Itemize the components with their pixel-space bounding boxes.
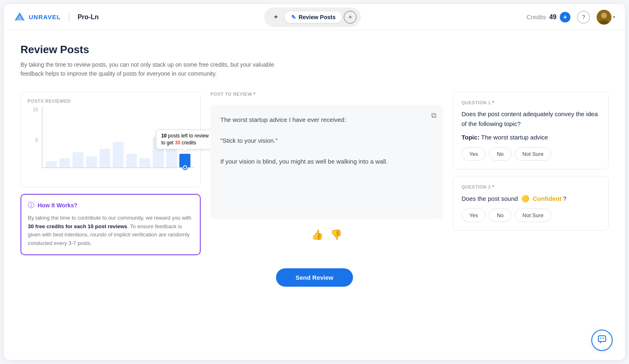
left-column: POSTS REVIEWED 10 5 [20,92,201,255]
copy-button[interactable]: ⧉ [431,111,437,120]
wand-icon: ✦ [273,13,278,21]
logo-divider [69,12,69,22]
bar-8 [139,158,150,167]
question-1-topic: Topic: The worst startup advice [462,134,600,141]
y-label-10: 10 [33,107,40,112]
add-tab-button[interactable]: + [344,11,357,24]
send-review-button[interactable]: Send Review [276,268,353,287]
post-section-label: POST TO REVIEW * [210,92,443,97]
bar-5 [100,149,111,167]
review-posts-tab-label: Review Posts [299,14,335,20]
question-1-label: QUESTION 1 * [462,100,600,105]
bar-10 [166,146,177,167]
chart-area: 10 5 [27,107,194,180]
thumbs-up-button[interactable]: 👍 [311,229,324,240]
post-card: The worst startup advice I have ever rec… [210,105,443,219]
logo-text: UNRAVEL [29,13,61,20]
wand-icon-button[interactable]: ✦ [268,10,283,25]
post-section-label-wrapper: POST TO REVIEW * [210,92,443,98]
question-2-answers: Yes No Not Sure [462,209,600,222]
avatar [597,10,611,25]
logo-section: UNRAVEL Pro-Ln [14,11,99,23]
main-nav: ✦ ✎ Review Posts + [264,7,361,27]
post-text: The worst startup advice I have ever rec… [220,115,433,167]
help-button[interactable]: ? [577,11,590,24]
bar-3 [72,152,84,167]
q1-yes-button[interactable]: Yes [462,147,486,161]
active-dot [183,165,187,169]
q2-text-after: ? [563,195,566,202]
page-subtitle: By taking the time to review posts, you … [20,60,274,79]
tooltip-arrow [182,146,188,152]
chart-y-labels: 10 5 [27,107,40,168]
credits-highlight: 30 free credits for each 10 post reviews [28,223,127,229]
chart-bars: 10 posts left to review to get 30 credit… [43,107,194,167]
main-content: Review Posts By taking the time to revie… [4,30,625,300]
question-1-card: QUESTION 1 * Does the post content adequ… [453,92,609,169]
svg-rect-5 [598,336,606,342]
topic-label: Topic: [462,134,480,141]
chart-section: POSTS REVIEWED 10 5 [20,92,201,187]
question-icon: ? [582,14,585,20]
tooltip-count: 10 [161,133,167,139]
edit-icon: ✎ [291,14,296,20]
page-title: Review Posts [20,43,609,56]
right-column: QUESTION 1 * Does the post content adequ… [453,92,609,231]
chart-tooltip: 10 posts left to review to get 30 credit… [156,130,214,149]
how-it-works-header: ⓘ How It Works? [28,201,193,210]
topic-value: The worst startup advice [481,134,548,141]
q2-text-before: Does the post sound [462,195,518,202]
tooltip-to-get: to get [161,140,175,146]
chart-inner: 10 posts left to review to get 30 credit… [42,107,194,168]
tooltip-credits: 30 [175,140,180,146]
header-right: Credits 49 + ? ▾ [527,10,615,25]
feedback-buttons: 👍 👎 [210,229,443,240]
how-it-works-title: How It Works? [38,202,77,209]
app-header: UNRAVEL Pro-Ln ✦ ✎ Review Posts + Credit… [4,4,625,30]
bar-7 [126,154,137,167]
how-it-works-body: By taking the time to contribute to our … [28,214,193,248]
thumbs-down-icon: 👎 [330,229,342,240]
how-it-works-card: ⓘ How It Works? By taking the time to co… [20,194,201,255]
question-1-text: Does the post content adequately convey … [462,109,600,129]
copy-icon: ⧉ [431,111,437,119]
content-grid: POSTS REVIEWED 10 5 [20,92,609,255]
q1-not-sure-button[interactable]: Not Sure [515,147,551,161]
svg-rect-6 [600,338,602,339]
q2-yes-button[interactable]: Yes [462,209,486,222]
question-2-text: Does the post sound 🟡 Confident ? [462,193,600,204]
credits-label: Credits [527,13,546,20]
info-icon: ⓘ [28,201,34,210]
tone-emoji: 🟡 [521,195,529,202]
chevron-down-icon: ▾ [613,15,615,19]
send-review-section: Send Review [20,268,609,287]
bar-4 [86,156,97,167]
plus-icon: + [563,13,567,21]
logo-icon [14,11,25,23]
chat-button[interactable] [591,330,613,351]
tooltip-credits-suffix: credits [180,140,196,146]
q1-no-button[interactable]: No [489,147,511,161]
q2-not-sure-button[interactable]: Not Sure [515,209,551,222]
add-credits-button[interactable]: + [560,12,570,22]
credits-section: Credits 49 + [527,12,570,22]
q2-no-button[interactable]: No [489,209,511,222]
svg-point-3 [601,13,607,18]
svg-rect-7 [602,338,604,339]
required-star: * [253,92,256,97]
question-2-card: QUESTION 2 * Does the post sound 🟡 Confi… [453,176,609,231]
bar-1 [46,161,57,167]
review-posts-tab[interactable]: ✎ Review Posts [285,11,342,23]
plus-icon: + [348,13,352,21]
tooltip-label: posts left to review [167,133,209,139]
bar-6 [113,142,124,167]
credits-count: 49 [549,13,557,21]
user-avatar-menu[interactable]: ▾ [597,10,615,25]
bar-2 [59,158,70,167]
question-1-answers: Yes No Not Sure [462,147,600,161]
middle-column: POST TO REVIEW * The worst startup advic… [210,92,443,240]
thumbs-down-button[interactable]: 👎 [330,229,342,240]
y-label-5: 5 [35,137,40,143]
question-2-label: QUESTION 2 * [462,184,600,189]
pro-label: Pro-Ln [77,13,99,21]
